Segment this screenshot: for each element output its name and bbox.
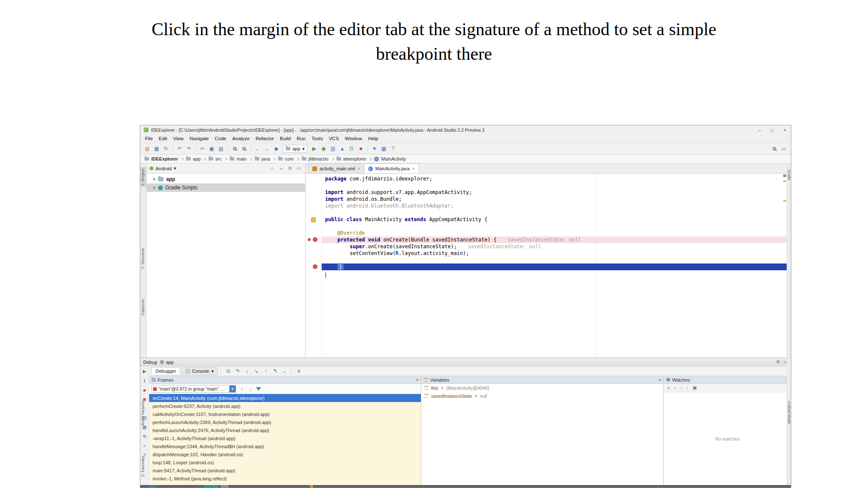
menu-help[interactable]: Help — [365, 135, 381, 142]
breakpoint-icon[interactable] — [313, 237, 317, 242]
force-step-into-icon[interactable]: ↘ — [252, 368, 260, 374]
paste-icon[interactable]: ▤ — [217, 144, 225, 153]
frame-row-selected[interactable]: onCreate:14, MainActivity (com.jfdimarzi… — [149, 394, 421, 402]
find-icon[interactable] — [230, 144, 239, 153]
tool-button-project[interactable]: 1: Project — [140, 167, 147, 187]
debug-icon[interactable]: ◉ — [319, 144, 328, 153]
help-icon[interactable]: ? — [389, 144, 398, 153]
frame-row[interactable]: main:5417, ActivityThread (android.app) — [149, 466, 421, 474]
close-icon[interactable]: × — [141, 443, 148, 449]
gear-icon[interactable]: ⚙ — [287, 166, 293, 171]
sdk-manager-icon[interactable]: ▦ — [379, 144, 388, 153]
tab-console[interactable]: Console ▾ — [181, 367, 218, 375]
frame-row[interactable]: loop:148, Looper (android.os) — [149, 458, 421, 466]
tab-mainactivity-java[interactable]: C MainActivity.java × — [364, 164, 419, 173]
run-configuration-combo[interactable]: app ▾ — [283, 145, 308, 153]
menu-run[interactable]: Run — [294, 135, 309, 142]
stop-icon[interactable]: ■ — [356, 144, 365, 153]
pause-icon[interactable]: ‖ — [141, 377, 148, 384]
tree-item-gradle-scripts[interactable]: Gradle Scripts — [147, 183, 305, 192]
variable-row-this[interactable]: this = {MainActivity@4046} — [421, 384, 663, 392]
close-icon[interactable]: × — [412, 166, 415, 171]
chevron-down-icon[interactable]: ▾ — [659, 377, 661, 382]
menu-tools[interactable]: Tools — [309, 135, 326, 142]
expand-all-icon[interactable]: + — [278, 166, 284, 171]
project-view-selector[interactable]: Android — [156, 166, 172, 171]
thread-selector[interactable]: "main"@3,972 in group "main": R... ▾ — [151, 385, 236, 393]
chevron-down-icon[interactable]: ▾ — [416, 377, 418, 382]
stop-icon[interactable]: ■ — [141, 387, 148, 393]
gradle-sync-icon[interactable]: G — [347, 144, 356, 153]
breadcrumb-ideexplorer-pkg[interactable]: ideexplorer — [337, 156, 366, 161]
menu-analyze[interactable]: Analyze — [229, 135, 253, 142]
breadcrumb-src[interactable]: src — [209, 156, 222, 161]
duplicate-watch-icon[interactable]: ▣ — [693, 385, 697, 391]
show-execution-point-icon[interactable]: ⊙ — [224, 368, 232, 374]
menu-file[interactable]: File — [142, 135, 156, 142]
coverage-icon[interactable]: ▥ — [328, 144, 337, 153]
frame-row[interactable]: -wrap11:-1, ActivityThread (android.app) — [149, 434, 421, 442]
frame-row[interactable]: performLaunchActivity:2369, ActivityThre… — [149, 418, 421, 426]
cut-icon[interactable]: ✂ — [198, 144, 207, 153]
menu-navigate[interactable]: Navigate — [186, 135, 211, 142]
breadcrumb-app[interactable]: app — [186, 156, 200, 161]
close-icon[interactable]: × — [358, 166, 360, 171]
frame-row[interactable]: dispatchMessage:102, Handler (android.os… — [149, 450, 421, 458]
step-out-icon[interactable]: ↑ — [262, 368, 270, 374]
tab-debugger[interactable]: Debugger — [151, 367, 180, 375]
close-button[interactable]: × — [782, 128, 787, 133]
step-over-icon[interactable]: ↷ — [234, 368, 242, 374]
menu-window[interactable]: Window — [342, 135, 365, 142]
resume-icon[interactable]: ▶ — [141, 368, 148, 374]
combo-arrow-button[interactable]: ▾ — [229, 385, 236, 392]
frames-list[interactable]: onCreate:14, MainActivity (com.jfdimarzi… — [149, 394, 421, 485]
breadcrumb-java[interactable]: java — [255, 156, 270, 161]
settings-icon[interactable]: ⚙ — [141, 433, 148, 440]
run-icon[interactable]: ▶ — [310, 144, 319, 153]
tool-button-favorites[interactable]: 2: Favorites — [140, 456, 147, 477]
variable-row-savedinstancestate[interactable]: savedInstanceState = null — [421, 392, 663, 400]
copy-icon[interactable]: ▣ — [207, 144, 216, 153]
scope-icon[interactable]: ○ — [269, 166, 275, 171]
minimize-button[interactable]: – — [757, 128, 762, 133]
tool-button-build-variants[interactable]: Build Variants — [140, 401, 147, 425]
menu-edit[interactable]: Edit — [156, 135, 170, 142]
filter-frames-icon[interactable] — [256, 387, 261, 391]
error-stripe[interactable] — [783, 174, 786, 358]
run-to-cursor-icon[interactable]: → — [280, 368, 288, 374]
tool-button-android-model[interactable]: Android Model — [787, 401, 791, 424]
editor-gutter[interactable] — [306, 174, 322, 358]
step-into-icon[interactable]: ↓ — [243, 368, 251, 374]
redo-icon[interactable]: ↷ — [184, 144, 193, 153]
frame-row[interactable]: handleMessage:1344, ActivityThread$H (an… — [149, 442, 421, 450]
wrench-icon[interactable]: ◆ — [272, 144, 281, 153]
replace-icon[interactable] — [239, 144, 248, 153]
back-icon[interactable]: ← — [253, 144, 262, 153]
save-all-icon[interactable]: ▦ — [152, 144, 161, 153]
frame-row[interactable]: callActivityOnCreate:1107, Instrumentati… — [149, 410, 421, 418]
gear-icon[interactable]: ⚙ — [776, 359, 780, 365]
menu-code[interactable]: Code — [211, 135, 229, 142]
tool-windows-icon[interactable]: ▭ — [779, 144, 788, 153]
tool-button-gradle[interactable]: Gradle — [787, 169, 791, 180]
forward-icon[interactable]: → — [262, 144, 271, 153]
menu-vcs[interactable]: VCS — [326, 135, 342, 142]
tool-button-captures[interactable]: Captures — [140, 299, 147, 316]
previous-frame-icon[interactable]: ↑ — [238, 386, 245, 392]
search-everywhere-icon[interactable] — [773, 147, 776, 150]
sync-icon[interactable]: ↻ — [161, 144, 170, 153]
code-editor[interactable]: package com.jfdimarzio.ideexplorer; impo… — [306, 174, 791, 358]
breadcrumb-com[interactable]: com — [278, 156, 294, 161]
move-down-icon[interactable]: ↓ — [686, 385, 689, 391]
tree-item-app[interactable]: app — [147, 175, 305, 183]
frame-row[interactable]: performCreate:6237, Activity (android.ap… — [149, 402, 421, 410]
tab-activity-main-xml[interactable]: activity_main.xml × — [308, 164, 364, 173]
drop-frame-icon[interactable]: ↰ — [271, 368, 279, 374]
avd-manager-icon[interactable]: ▼ — [370, 144, 379, 153]
add-watch-icon[interactable]: + — [667, 385, 670, 391]
menu-view[interactable]: View — [170, 135, 186, 142]
frame-row[interactable]: handleLaunchActivity:2476, ActivityThrea… — [149, 426, 421, 434]
breadcrumb-main[interactable]: main — [230, 156, 247, 161]
next-frame-icon[interactable]: ↓ — [247, 386, 254, 392]
open-icon[interactable]: ▤ — [143, 144, 152, 153]
